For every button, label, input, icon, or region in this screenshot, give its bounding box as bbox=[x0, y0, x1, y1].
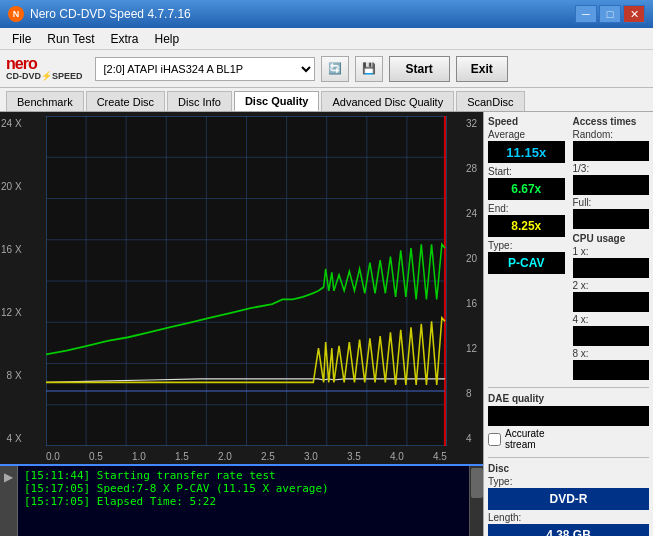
disc-section: Disc Type: DVD-R Length: 4.38 GB bbox=[488, 463, 649, 536]
x-axis-0: 0.0 bbox=[46, 451, 60, 462]
chart-container: 24 X 20 X 16 X 12 X 8 X 4 X 32 28 24 20 … bbox=[0, 112, 483, 536]
y-axis-right-16: 16 bbox=[466, 298, 477, 309]
log-scrollbar[interactable] bbox=[469, 466, 483, 536]
nero-logo-bottom: CD-DVD⚡SPEED bbox=[6, 72, 83, 81]
average-value: 11.15x bbox=[488, 141, 565, 163]
start-value: 6.67x bbox=[488, 178, 565, 200]
y-axis-right-8: 8 bbox=[466, 388, 477, 399]
chart-svg bbox=[46, 116, 447, 446]
y-axis-label-16x: 16 X bbox=[1, 244, 22, 255]
disc-type-value: DVD-R bbox=[488, 488, 649, 510]
tab-disc-quality[interactable]: Disc Quality bbox=[234, 91, 320, 111]
log-area: ▶ [15:11:44] Starting transfer rate test… bbox=[0, 464, 483, 536]
cpu-title: CPU usage bbox=[573, 233, 650, 244]
x-axis-2: 2.0 bbox=[218, 451, 232, 462]
end-value: 8.25x bbox=[488, 215, 565, 237]
title-bar-controls: ─ □ ✕ bbox=[575, 5, 645, 23]
menu-run-test[interactable]: Run Test bbox=[39, 28, 102, 49]
menu-bar: File Run Test Extra Help bbox=[0, 28, 653, 50]
exit-button[interactable]: Exit bbox=[456, 56, 508, 82]
tab-advanced-disc-quality[interactable]: Advanced Disc Quality bbox=[321, 91, 454, 111]
menu-file[interactable]: File bbox=[4, 28, 39, 49]
dae-value bbox=[488, 406, 649, 426]
average-label: Average bbox=[488, 129, 565, 140]
y-axis-label-8x: 8 X bbox=[1, 370, 22, 381]
tab-disc-info[interactable]: Disc Info bbox=[167, 91, 232, 111]
x-axis-05: 0.5 bbox=[89, 451, 103, 462]
disc-type-label: Type: bbox=[488, 476, 649, 487]
menu-extra[interactable]: Extra bbox=[102, 28, 146, 49]
refresh-button[interactable]: 🔄 bbox=[321, 56, 349, 82]
x-axis-35: 3.5 bbox=[347, 451, 361, 462]
access-times-section: Access times Random: 1/3: Full: CPU usag… bbox=[573, 116, 650, 382]
end-label: End: bbox=[488, 203, 565, 214]
x-axis-45: 4.5 bbox=[433, 451, 447, 462]
accurate-stream-label: Accuratestream bbox=[505, 428, 544, 450]
tab-benchmark[interactable]: Benchmark bbox=[6, 91, 84, 111]
start-label: Start: bbox=[488, 166, 565, 177]
y-axis-right-24: 24 bbox=[466, 208, 477, 219]
accurate-stream-checkbox[interactable] bbox=[488, 433, 501, 446]
y-axis-label-24x: 24 X bbox=[1, 118, 22, 129]
access-times-title: Access times bbox=[573, 116, 650, 127]
nero-logo: nero CD-DVD⚡SPEED bbox=[6, 56, 83, 81]
nero-logo-top: nero bbox=[6, 56, 83, 72]
save-icon: 💾 bbox=[362, 62, 376, 75]
main-content: 24 X 20 X 16 X 12 X 8 X 4 X 32 28 24 20 … bbox=[0, 112, 653, 536]
window-title: Nero CD-DVD Speed 4.7.7.16 bbox=[30, 7, 191, 21]
title-bar-left: N Nero CD-DVD Speed 4.7.7.16 bbox=[8, 6, 191, 22]
y-axis-right-28: 28 bbox=[466, 163, 477, 174]
tab-scan-disc[interactable]: ScanDisc bbox=[456, 91, 524, 111]
y-axis-label-12x: 12 X bbox=[1, 307, 22, 318]
full-value bbox=[573, 209, 650, 229]
cpu-1x-label: 1 x: bbox=[573, 246, 650, 257]
log-entry-0: [15:11:44] Starting transfer rate test bbox=[24, 469, 463, 482]
disc-title: Disc bbox=[488, 463, 649, 474]
speed-title: Speed bbox=[488, 116, 565, 127]
cpu-2x-label: 2 x: bbox=[573, 280, 650, 291]
random-label: Random: bbox=[573, 129, 650, 140]
save-button[interactable]: 💾 bbox=[355, 56, 383, 82]
third-label: 1/3: bbox=[573, 163, 650, 174]
random-value bbox=[573, 141, 650, 161]
minimize-button[interactable]: ─ bbox=[575, 5, 597, 23]
divider-2 bbox=[488, 457, 649, 458]
dae-section: DAE quality Accuratestream bbox=[488, 393, 649, 452]
divider-1 bbox=[488, 387, 649, 388]
x-axis-4: 4.0 bbox=[390, 451, 404, 462]
y-axis-right-32: 32 bbox=[466, 118, 477, 129]
third-value bbox=[573, 175, 650, 195]
menu-help[interactable]: Help bbox=[147, 28, 188, 49]
speed-access-row: Speed Average 11.15x Start: 6.67x End: 8… bbox=[488, 116, 649, 382]
cpu-4x-label: 4 x: bbox=[573, 314, 650, 325]
x-axis-3: 3.0 bbox=[304, 451, 318, 462]
speed-section: Speed Average 11.15x Start: 6.67x End: 8… bbox=[488, 116, 565, 382]
log-entry-2: [15:17:05] Elapsed Time: 5:22 bbox=[24, 495, 463, 508]
cpu-section: CPU usage 1 x: 2 x: 4 x: 8 x: bbox=[573, 233, 650, 380]
close-button[interactable]: ✕ bbox=[623, 5, 645, 23]
tab-bar: Benchmark Create Disc Disc Info Disc Qua… bbox=[0, 88, 653, 112]
accurate-stream-row: Accuratestream bbox=[488, 428, 649, 450]
dae-title: DAE quality bbox=[488, 393, 649, 404]
tab-create-disc[interactable]: Create Disc bbox=[86, 91, 165, 111]
log-expand-icon[interactable]: ▶ bbox=[0, 466, 18, 536]
full-label: Full: bbox=[573, 197, 650, 208]
y-axis-right-12: 12 bbox=[466, 343, 477, 354]
app-icon: N bbox=[8, 6, 24, 22]
x-axis-1: 1.0 bbox=[132, 451, 146, 462]
cpu-8x-label: 8 x: bbox=[573, 348, 650, 359]
start-button[interactable]: Start bbox=[389, 56, 450, 82]
drive-selector[interactable]: [2:0] ATAPI iHAS324 A BL1P bbox=[95, 57, 315, 81]
cpu-2x-value bbox=[573, 292, 650, 312]
y-axis-label-4x: 4 X bbox=[1, 433, 22, 444]
log-entry-1: [15:17:05] Speed:7-8 X P-CAV (11.15 X av… bbox=[24, 482, 463, 495]
type-value: P-CAV bbox=[488, 252, 565, 274]
y-axis-right-4: 4 bbox=[466, 433, 477, 444]
x-axis-25: 2.5 bbox=[261, 451, 275, 462]
log-content: [15:11:44] Starting transfer rate test [… bbox=[18, 466, 469, 536]
disc-length-value: 4.38 GB bbox=[488, 524, 649, 536]
maximize-button[interactable]: □ bbox=[599, 5, 621, 23]
cpu-8x-value bbox=[573, 360, 650, 380]
title-bar: N Nero CD-DVD Speed 4.7.7.16 ─ □ ✕ bbox=[0, 0, 653, 28]
disc-length-label: Length: bbox=[488, 512, 649, 523]
